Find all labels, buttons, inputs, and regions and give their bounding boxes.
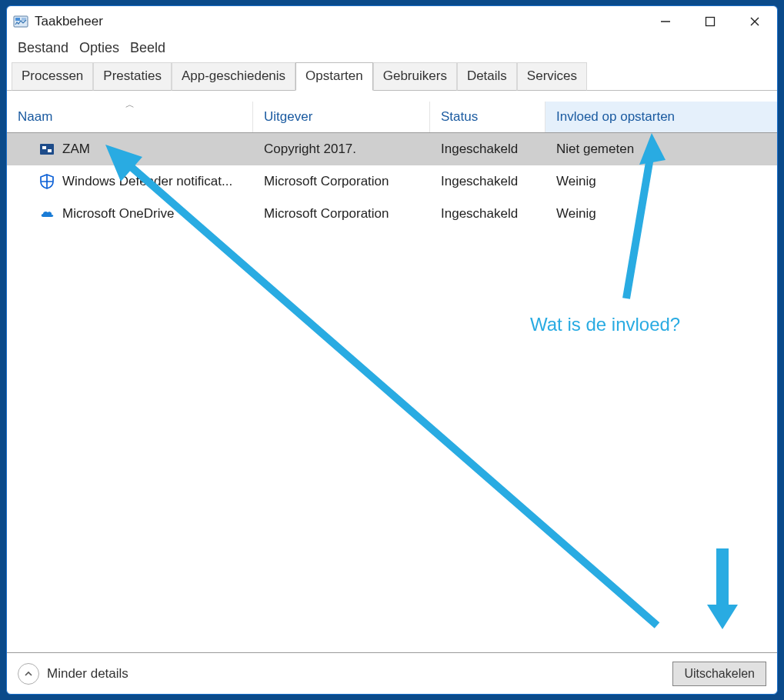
- svg-rect-4: [706, 18, 715, 26]
- menu-options[interactable]: Opties: [76, 38, 122, 58]
- svg-rect-9: [48, 149, 52, 152]
- cell-publisher: Microsoft Corporation: [253, 206, 430, 222]
- table-row[interactable]: Windows Defender notificat... Microsoft …: [7, 165, 777, 198]
- fewer-details-label: Minder details: [47, 666, 128, 682]
- minimize-button[interactable]: [643, 6, 688, 37]
- close-button[interactable]: [732, 6, 777, 37]
- column-header-publisher-label: Uitgever: [264, 109, 312, 125]
- tab-history[interactable]: App-geschiedenis: [172, 62, 295, 91]
- cell-impact: Niet gemeten: [545, 142, 777, 157]
- startup-table-body: ZAM Copyright 2017. Ingeschakeld Niet ge…: [7, 133, 777, 230]
- column-header-status[interactable]: Status: [430, 102, 545, 132]
- column-header-impact-label: Invloed op opstarten: [556, 109, 675, 125]
- menu-file[interactable]: Bestand: [15, 38, 72, 58]
- tab-startup[interactable]: Opstarten: [295, 62, 373, 91]
- tab-details[interactable]: Details: [457, 62, 517, 91]
- app-row-icon: [39, 142, 55, 157]
- column-header-name-label: Naam: [18, 109, 52, 125]
- cell-status: Ingeschakeld: [430, 142, 545, 157]
- chevron-up-icon: [18, 663, 39, 685]
- cell-impact: Weinig: [545, 206, 777, 222]
- app-icon: [13, 14, 28, 29]
- fewer-details-toggle[interactable]: Minder details: [18, 663, 128, 685]
- cell-publisher: Microsoft Corporation: [253, 174, 430, 189]
- maximize-button[interactable]: [688, 6, 732, 37]
- svg-marker-17: [707, 605, 738, 629]
- window-title: Taakbeheer: [35, 14, 103, 29]
- svg-rect-8: [42, 146, 46, 149]
- tab-performance[interactable]: Prestaties: [93, 62, 172, 91]
- defender-icon: [39, 174, 55, 189]
- disable-button[interactable]: Uitschakelen: [672, 662, 766, 686]
- table-row[interactable]: Microsoft OneDrive Microsoft Corporation…: [7, 198, 777, 230]
- tab-processes[interactable]: Processen: [12, 62, 93, 91]
- task-manager-window: Taakbeheer Bestand Opties Beeld Processe…: [6, 5, 778, 695]
- cell-impact: Weinig: [545, 174, 777, 189]
- tab-services[interactable]: Services: [517, 62, 587, 91]
- cell-name: Windows Defender notificat...: [62, 174, 232, 189]
- titlebar[interactable]: Taakbeheer: [7, 6, 777, 37]
- table-row[interactable]: ZAM Copyright 2017. Ingeschakeld Niet ge…: [7, 133, 777, 165]
- annotation-text: Wat is de invloed?: [530, 314, 680, 335]
- cell-status: Ingeschakeld: [430, 206, 545, 222]
- cell-name: ZAM: [62, 142, 90, 157]
- menubar: Bestand Opties Beeld: [7, 37, 777, 62]
- tab-strip: Processen Prestaties App-geschiedenis Op…: [7, 62, 777, 91]
- cell-publisher: Copyright 2017.: [253, 142, 430, 157]
- menu-view[interactable]: Beeld: [127, 38, 168, 58]
- column-header-name[interactable]: ︿ Naam: [7, 102, 253, 132]
- column-headers: ︿ Naam Uitgever Status Invloed op opstar…: [7, 91, 777, 133]
- tab-users[interactable]: Gebruikers: [373, 62, 457, 91]
- svg-rect-1: [15, 18, 20, 21]
- column-header-impact[interactable]: Invloed op opstarten: [545, 102, 777, 132]
- sort-indicator-icon: ︿: [125, 98, 135, 112]
- footer: Minder details Uitschakelen: [7, 652, 777, 694]
- cell-status: Ingeschakeld: [430, 174, 545, 189]
- onedrive-icon: [39, 206, 55, 222]
- cell-name: Microsoft OneDrive: [62, 206, 174, 222]
- startup-panel: ︿ Naam Uitgever Status Invloed op opstar…: [7, 91, 777, 652]
- column-header-status-label: Status: [441, 109, 478, 125]
- column-header-publisher[interactable]: Uitgever: [253, 102, 430, 132]
- svg-rect-7: [40, 144, 54, 155]
